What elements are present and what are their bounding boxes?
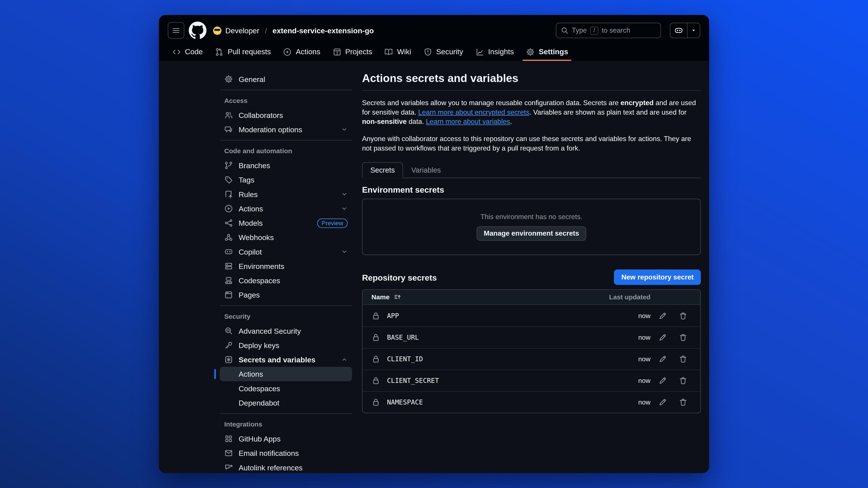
tab-security[interactable]: Security: [419, 42, 467, 61]
secret-name-cell: BASE_URL: [371, 333, 605, 342]
sidebar-item-copilot[interactable]: Copilot: [220, 245, 352, 259]
sidebar-item-label: Codespaces: [239, 384, 280, 393]
last-updated-column-header: Last updated: [605, 293, 651, 301]
sidebar-item-tags[interactable]: Tags: [220, 172, 352, 187]
trash-icon: [679, 311, 688, 320]
lock-icon: [371, 333, 380, 342]
edit-secret-button[interactable]: [656, 353, 669, 365]
lock-icon: [371, 398, 380, 407]
delete-secret-button[interactable]: [677, 396, 689, 408]
sidebar-item-github-apps[interactable]: GitHub Apps: [220, 431, 352, 446]
settings-page: GeneralAccessCollaboratorsModeration opt…: [159, 61, 709, 473]
edit-secret-button[interactable]: [656, 331, 669, 344]
github-logo-icon[interactable]: [189, 22, 207, 39]
search-input[interactable]: Type / to search: [556, 23, 661, 38]
sidebar-item-secrets-and-variables[interactable]: Secrets and variables: [220, 352, 352, 367]
branch-icon: [224, 161, 233, 170]
tab-variables[interactable]: Variables: [403, 162, 449, 178]
project-icon: [333, 47, 341, 56]
edit-secret-button[interactable]: [656, 375, 669, 387]
chevron-down-icon: [341, 191, 347, 197]
environment-empty-text: This environment has no secrets.: [480, 213, 582, 221]
desktop-background: Developer / extend-service-extension-go …: [0, 0, 868, 488]
hamburger-menu-button[interactable]: [168, 22, 184, 39]
secrets-variables-tabs: Secrets Variables: [362, 162, 701, 178]
secret-name: CLIENT_SECRET: [387, 377, 439, 384]
sidebar-item-rules[interactable]: Rules: [220, 187, 352, 201]
gear-icon: [224, 75, 233, 84]
tab-settings[interactable]: Settings: [522, 42, 573, 61]
sidebar-item-label: Moderation options: [239, 125, 302, 134]
sidebar-item-actions[interactable]: Actions: [220, 367, 352, 381]
tab-pull-requests[interactable]: Pull requests: [211, 42, 275, 61]
sidebar-section-security: Security: [220, 309, 352, 324]
sidebar-item-label: Actions: [239, 204, 263, 213]
delete-secret-button[interactable]: [677, 353, 689, 365]
intro-text: Secrets and variables allow you to manag…: [362, 99, 621, 107]
sidebar-section-access: Access: [220, 93, 352, 108]
pencil-icon: [658, 311, 667, 320]
pencil-icon: [658, 376, 667, 385]
shield-search-icon: [224, 326, 233, 335]
sidebar-divider: [220, 305, 352, 306]
tab-wiki[interactable]: Wiki: [380, 42, 416, 61]
sidebar-item-branches[interactable]: Branches: [220, 158, 352, 172]
tab-secrets[interactable]: Secrets: [362, 162, 403, 178]
delete-secret-button[interactable]: [677, 331, 689, 344]
tab-code[interactable]: Code: [168, 42, 207, 61]
tab-projects[interactable]: Projects: [328, 42, 377, 61]
apps-icon: [224, 434, 233, 443]
sidebar-item-environments[interactable]: Environments: [220, 259, 352, 273]
sidebar-item-codespaces[interactable]: Codespaces: [220, 273, 352, 288]
table-row: APPnow: [363, 305, 700, 326]
sidebar-item-collaborators[interactable]: Collaborators: [220, 108, 352, 122]
table-row: CLIENT_SECRETnow: [363, 370, 700, 391]
sidebar-item-models[interactable]: ModelsPreview: [220, 216, 352, 230]
copilot-icon[interactable]: [671, 23, 687, 37]
sidebar-item-general[interactable]: General: [220, 72, 352, 86]
bold-text: encrypted: [621, 99, 654, 107]
server-icon: [224, 262, 233, 270]
sidebar-item-email-notifications[interactable]: Email notifications: [220, 446, 352, 460]
sidebar-item-codespaces[interactable]: Codespaces: [220, 381, 352, 396]
copilot-icon: [224, 247, 233, 256]
table-header-row: Name Last updated: [363, 290, 700, 305]
sidebar-item-autolink-references[interactable]: Autolink references: [220, 460, 352, 473]
gear-icon: [526, 47, 535, 56]
sidebar-item-label: Webhooks: [239, 233, 274, 241]
mail-icon: [224, 449, 233, 458]
copilot-button[interactable]: [670, 23, 700, 38]
search-placeholder-suffix: to search: [602, 27, 630, 34]
table-row: BASE_URLnow: [363, 326, 700, 348]
chevron-down-icon: [341, 126, 347, 133]
sidebar-divider: [220, 90, 352, 90]
learn-more-variables-link[interactable]: Learn more about variables: [426, 118, 510, 126]
pr-icon: [215, 47, 224, 56]
sidebar-item-label: Collaborators: [239, 111, 283, 119]
sidebar-item-actions[interactable]: Actions: [220, 201, 352, 216]
delete-secret-button[interactable]: [677, 375, 689, 387]
sidebar-item-webhooks[interactable]: Webhooks: [220, 230, 352, 245]
sort-ascending-icon[interactable]: [394, 293, 401, 301]
delete-secret-button[interactable]: [677, 310, 689, 322]
sidebar-item-pages[interactable]: Pages: [220, 288, 352, 302]
sidebar-item-advanced-security[interactable]: Advanced Security: [220, 324, 352, 338]
sidebar-item-deploy-keys[interactable]: Deploy keys: [220, 338, 352, 352]
copilot-dropdown-button[interactable]: [687, 23, 700, 37]
breadcrumb-repo[interactable]: extend-service-extension-go: [273, 26, 374, 35]
breadcrumb-separator: /: [263, 26, 269, 35]
learn-more-encrypted-secrets-link[interactable]: Learn more about encrypted secrets: [418, 108, 529, 116]
sidebar-item-moderation-options[interactable]: Moderation options: [220, 122, 352, 137]
tab-label: Actions: [296, 47, 320, 56]
tab-label: Wiki: [397, 47, 411, 56]
tab-actions[interactable]: Actions: [279, 42, 324, 61]
sidebar-item-dependabot[interactable]: Dependabot: [220, 396, 352, 410]
sidebar-divider: [220, 140, 352, 141]
edit-secret-button[interactable]: [656, 396, 669, 408]
manage-environment-secrets-button[interactable]: Manage environment secrets: [476, 226, 586, 241]
edit-secret-button[interactable]: [656, 310, 669, 322]
tab-insights[interactable]: Insights: [471, 42, 518, 61]
breadcrumb-owner[interactable]: Developer: [225, 26, 259, 35]
new-repository-secret-button[interactable]: New repository secret: [614, 269, 701, 285]
repo-nav: CodePull requestsActionsProjectsWikiSecu…: [168, 42, 701, 61]
